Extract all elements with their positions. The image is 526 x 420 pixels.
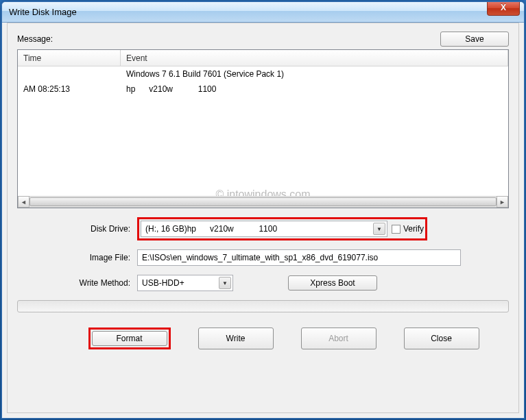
window-title: Write Disk Image xyxy=(9,7,77,17)
format-highlight: Format xyxy=(88,328,171,349)
message-label: Message: xyxy=(17,34,53,44)
titlebar[interactable]: Write Disk Image X xyxy=(2,2,524,23)
cell-event: Windows 7 6.1 Build 7601 (Service Pack 1… xyxy=(121,68,289,80)
write-method-combo[interactable]: USB-HDD+ ▼ xyxy=(137,275,233,291)
write-method-value: USB-HDD+ xyxy=(142,278,184,288)
scroll-thumb[interactable] xyxy=(29,197,497,206)
xpress-boot-button[interactable]: Xpress Boot xyxy=(288,275,377,291)
scroll-right-button[interactable]: ► xyxy=(497,196,508,208)
column-event[interactable]: Event xyxy=(121,50,508,66)
list-row[interactable]: AM 08:25:13 hp v210w 1100 xyxy=(18,82,508,97)
list-row[interactable]: Windows 7 6.1 Build 7601 (Service Pack 1… xyxy=(18,66,508,82)
image-file-label: Image File: xyxy=(17,253,137,262)
format-button[interactable]: Format xyxy=(92,331,167,346)
message-listview[interactable]: Time Event Windows 7 6.1 Build 7601 (Ser… xyxy=(17,49,509,208)
disk-drive-value: (H:, 16 GB)hp v210w 1100 xyxy=(145,224,277,234)
progress-bar xyxy=(17,300,509,312)
image-file-value: E:\ISOs\en_windows_7_ultimate_with_sp1_x… xyxy=(142,253,378,262)
chevron-down-icon[interactable]: ▼ xyxy=(373,223,385,235)
horizontal-scrollbar[interactable]: ◄ ► xyxy=(18,196,508,208)
abort-button: Abort xyxy=(301,328,376,349)
window-frame: Write Disk Image X Message: Save Time Ev… xyxy=(1,1,525,419)
watermark-text: © intowindows.com xyxy=(18,188,508,196)
verify-checkbox[interactable]: Verify xyxy=(392,224,424,234)
listview-body: Windows 7 6.1 Build 7601 (Service Pack 1… xyxy=(18,66,508,196)
close-window-button[interactable]: X xyxy=(487,1,520,16)
verify-label: Verify xyxy=(403,224,424,234)
disk-drive-combo[interactable]: (H:, 16 GB)hp v210w 1100 ▼ xyxy=(141,221,387,237)
listview-header[interactable]: Time Event xyxy=(18,50,508,66)
image-file-field[interactable]: E:\ISOs\en_windows_7_ultimate_with_sp1_x… xyxy=(137,249,461,266)
cell-time: AM 08:25:13 xyxy=(18,83,121,95)
chevron-down-icon[interactable]: ▼ xyxy=(219,277,231,289)
checkbox-box[interactable] xyxy=(392,225,401,234)
cell-event: hp v210w 1100 xyxy=(121,83,222,95)
disk-drive-label: Disk Drive: xyxy=(17,224,137,234)
client-area: Message: Save Time Event Windows 7 6.1 B… xyxy=(7,23,519,413)
write-button[interactable]: Write xyxy=(198,328,274,349)
write-method-label: Write Method: xyxy=(17,278,137,288)
save-button[interactable]: Save xyxy=(440,32,509,47)
disk-drive-highlight: (H:, 16 GB)hp v210w 1100 ▼ Verify xyxy=(137,217,427,240)
cell-time xyxy=(18,68,121,80)
scroll-track[interactable] xyxy=(29,196,497,208)
scroll-left-button[interactable]: ◄ xyxy=(18,196,29,208)
close-button[interactable]: Close xyxy=(404,328,479,349)
column-time[interactable]: Time xyxy=(18,50,121,66)
